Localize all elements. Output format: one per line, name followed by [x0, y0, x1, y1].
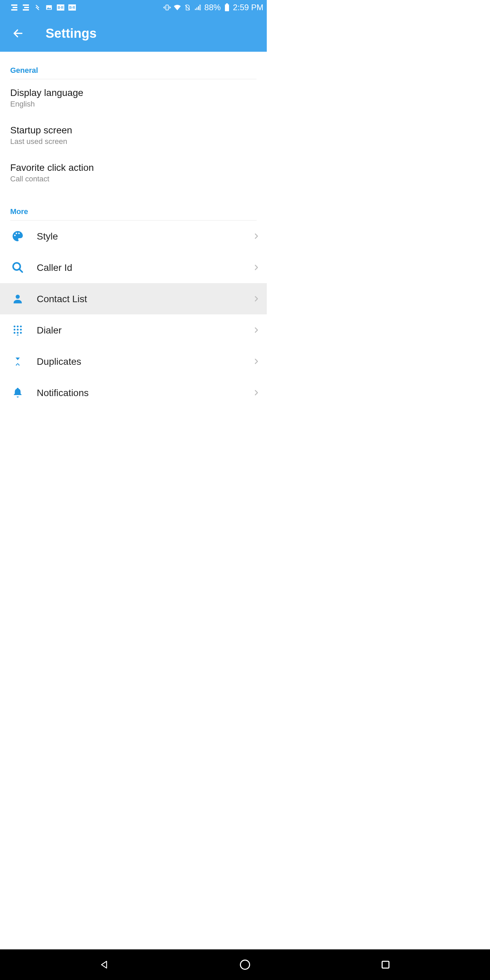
section-header-general: General — [10, 52, 256, 79]
battery-percent: 88% — [205, 3, 221, 12]
svg-text:B·R: B·R — [69, 6, 75, 10]
wifi-icon — [173, 3, 181, 11]
more-item-label: Notifications — [37, 387, 253, 398]
svg-line-20 — [19, 269, 22, 272]
more-list: Style Caller Id Contact List — [0, 221, 267, 408]
svg-rect-16 — [226, 3, 228, 5]
nyt-icon — [33, 3, 41, 11]
svg-point-27 — [20, 329, 22, 331]
setting-favorite-click-action[interactable]: Favorite click action Call contact — [0, 154, 267, 192]
setting-display-language[interactable]: Display language English — [0, 79, 267, 117]
signal-icon — [194, 3, 202, 11]
more-item-label: Style — [37, 231, 253, 242]
chevron-right-icon — [253, 295, 260, 302]
more-item-contact-list[interactable]: Contact List — [0, 283, 267, 314]
svg-point-31 — [17, 334, 18, 336]
app-notification-icon — [10, 3, 18, 11]
app-bar: Settings — [0, 15, 267, 52]
br-icon: B·R — [56, 3, 65, 11]
more-item-style[interactable]: Style — [0, 221, 267, 252]
more-item-caller-id[interactable]: Caller Id — [0, 252, 267, 283]
svg-text:B·R: B·R — [57, 6, 64, 10]
status-bar: B·R B·R 88% 2:59 PM — [0, 0, 267, 15]
setting-sub: Last used screen — [10, 137, 256, 146]
settings-content: General Display language English Startup… — [0, 52, 267, 408]
svg-point-22 — [14, 326, 15, 327]
setting-title: Favorite click action — [10, 162, 256, 173]
status-right: 88% 2:59 PM — [163, 3, 263, 12]
svg-point-30 — [20, 332, 22, 334]
svg-rect-14 — [198, 6, 199, 10]
svg-rect-17 — [225, 5, 229, 11]
chevron-right-icon — [253, 232, 260, 240]
battery-icon — [223, 3, 231, 11]
person-icon — [11, 292, 24, 305]
photos-icon — [45, 3, 53, 11]
svg-rect-6 — [166, 5, 168, 10]
clock-time: 2:59 PM — [233, 3, 263, 12]
more-item-dialer[interactable]: Dialer — [0, 314, 267, 346]
svg-point-26 — [17, 329, 18, 331]
svg-rect-13 — [196, 8, 197, 10]
section-header-more: More — [10, 207, 256, 221]
chevron-right-icon — [253, 264, 260, 271]
no-sim-icon — [183, 3, 192, 11]
chevron-right-icon — [253, 389, 260, 396]
svg-point-21 — [16, 295, 20, 299]
search-icon — [11, 261, 24, 274]
br-icon: B·R — [68, 3, 76, 11]
more-item-label: Contact List — [37, 293, 253, 305]
more-item-label: Dialer — [37, 324, 253, 336]
svg-point-23 — [17, 326, 18, 327]
chevron-right-icon — [253, 326, 260, 334]
app-notification-icon — [22, 3, 30, 11]
setting-sub: Call contact — [10, 175, 256, 183]
setting-title: Display language — [10, 88, 256, 98]
vibrate-icon — [163, 3, 171, 11]
svg-point-24 — [20, 326, 22, 327]
dialpad-icon — [11, 323, 24, 337]
svg-rect-12 — [195, 9, 196, 10]
chevron-right-icon — [253, 358, 260, 365]
more-item-label: Caller Id — [37, 262, 253, 273]
setting-title: Startup screen — [10, 125, 256, 136]
merge-icon — [11, 355, 24, 368]
svg-point-28 — [14, 332, 15, 334]
back-button[interactable] — [12, 27, 24, 39]
palette-icon — [11, 229, 24, 243]
svg-point-25 — [14, 329, 15, 331]
more-item-duplicates[interactable]: Duplicates — [0, 346, 267, 377]
more-item-notifications[interactable]: Notifications — [0, 377, 267, 408]
more-item-label: Duplicates — [37, 356, 253, 367]
svg-rect-15 — [199, 5, 200, 10]
page-title: Settings — [46, 26, 97, 41]
status-left: B·R B·R — [10, 3, 76, 11]
svg-point-29 — [17, 332, 18, 334]
setting-startup-screen[interactable]: Startup screen Last used screen — [0, 117, 267, 154]
bell-icon — [11, 386, 24, 399]
setting-sub: English — [10, 100, 256, 108]
